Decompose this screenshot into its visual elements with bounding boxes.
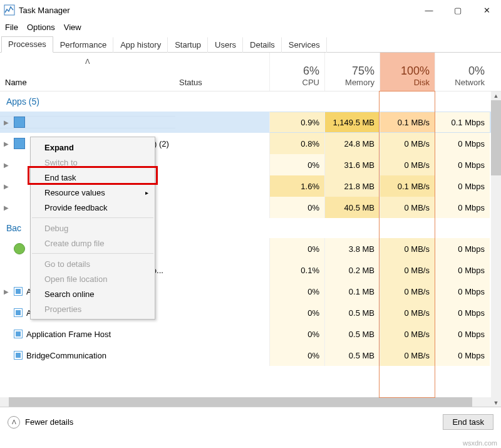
context-item-resource-values[interactable]: Resource values: [31, 185, 155, 200]
column-name-label: Name: [5, 78, 170, 87]
process-icon: [14, 308, 23, 317]
cell-disk: 0.1 MB/s: [380, 112, 435, 133]
chevron-right-icon[interactable]: ▶: [4, 162, 13, 169]
context-item-go-to-details[interactable]: Go to details: [31, 256, 155, 271]
column-cpu[interactable]: 6% CPU: [269, 53, 324, 91]
chevron-up-icon: ᐱ: [8, 416, 20, 429]
minimize-button[interactable]: —: [415, 0, 443, 20]
process-icon: [14, 117, 25, 128]
scrollbar-thumb[interactable]: [9, 397, 472, 407]
column-status[interactable]: Status: [175, 53, 269, 91]
process-icon: [14, 330, 23, 338]
menubar: File Options View: [0, 20, 501, 34]
tabs: Processes Performance App history Startu…: [0, 35, 501, 53]
chevron-right-icon[interactable]: ▶: [4, 183, 13, 190]
tab-performance[interactable]: Performance: [53, 37, 113, 53]
horizontal-scrollbar[interactable]: [0, 397, 491, 407]
group-apps[interactable]: Apps (5): [0, 91, 501, 112]
table-row[interactable]: Application Frame Host 0% 0.5 MB 0 MB/s …: [0, 323, 501, 345]
context-item-properties[interactable]: Properties: [31, 301, 155, 316]
tab-details[interactable]: Details: [243, 37, 282, 53]
process-icon: [14, 287, 23, 296]
tab-processes[interactable]: Processes: [1, 36, 53, 53]
tab-app-history[interactable]: App history: [113, 37, 168, 53]
menu-file[interactable]: File: [5, 23, 18, 32]
menu-separator: [32, 253, 153, 254]
vertical-scrollbar[interactable]: ▲ ▼: [491, 91, 501, 407]
menu-view[interactable]: View: [64, 23, 81, 32]
scrollbar-thumb[interactable]: [491, 100, 501, 175]
column-network[interactable]: 0% Network: [435, 53, 490, 91]
context-item-open-file-location[interactable]: Open file location: [31, 271, 155, 286]
task-manager-icon: [4, 4, 15, 16]
end-task-button[interactable]: End task: [443, 414, 493, 430]
cell-cpu: 0.9%: [269, 112, 324, 133]
watermark: wsxdn.com: [463, 439, 497, 447]
column-name[interactable]: ᐱ Name: [0, 53, 175, 91]
context-item-debug[interactable]: Debug: [31, 221, 155, 236]
context-item-create-dump[interactable]: Create dump file: [31, 236, 155, 251]
cell-memory: 1,149.5 MB: [324, 112, 380, 133]
footer: ᐱ Fewer details End task: [0, 407, 501, 437]
cell-network: 0.1 Mbps: [435, 112, 490, 133]
process-icon: [14, 351, 23, 360]
menu-options[interactable]: Options: [27, 23, 55, 32]
scroll-up-icon[interactable]: ▲: [491, 91, 501, 100]
menu-separator: [32, 217, 153, 218]
chevron-right-icon[interactable]: ▶: [4, 204, 13, 211]
tab-startup[interactable]: Startup: [168, 37, 208, 53]
scroll-down-icon[interactable]: ▼: [491, 399, 501, 407]
table-row[interactable]: BridgeCommunication 0% 0.5 MB 0 MB/s 0 M…: [0, 345, 501, 366]
process-icon: [14, 138, 25, 149]
context-item-end-task[interactable]: End task: [31, 170, 155, 185]
window-title: Task Manager: [19, 6, 415, 15]
context-item-expand[interactable]: Expand: [31, 140, 155, 155]
titlebar: Task Manager — ▢ ✕: [0, 0, 501, 20]
column-memory[interactable]: 75% Memory: [324, 53, 380, 91]
chevron-right-icon[interactable]: ▶: [4, 140, 13, 147]
maximize-button[interactable]: ▢: [443, 0, 472, 20]
column-disk[interactable]: 100% Disk: [380, 53, 435, 91]
context-item-provide-feedback[interactable]: Provide feedback: [31, 200, 155, 215]
context-item-search-online[interactable]: Search online: [31, 286, 155, 301]
table-header: ᐱ Name Status 6% CPU 75% Memory 100% Dis…: [0, 53, 501, 91]
table-row[interactable]: ▶ 0.9% 1,149.5 MB 0.1 MB/s 0.1 Mbps: [0, 112, 501, 133]
context-item-switch-to[interactable]: Switch to: [31, 155, 155, 170]
tab-users[interactable]: Users: [208, 37, 243, 53]
close-button[interactable]: ✕: [472, 0, 501, 20]
chevron-right-icon[interactable]: ▶: [4, 288, 13, 295]
context-menu: Expand Switch to End task Resource value…: [30, 137, 155, 320]
fewer-details-toggle[interactable]: ᐱ Fewer details: [8, 416, 73, 429]
tab-services[interactable]: Services: [282, 37, 327, 53]
process-icon: [14, 243, 25, 254]
chevron-right-icon[interactable]: ▶: [4, 119, 13, 126]
sort-indicator-icon: ᐱ: [85, 58, 90, 66]
